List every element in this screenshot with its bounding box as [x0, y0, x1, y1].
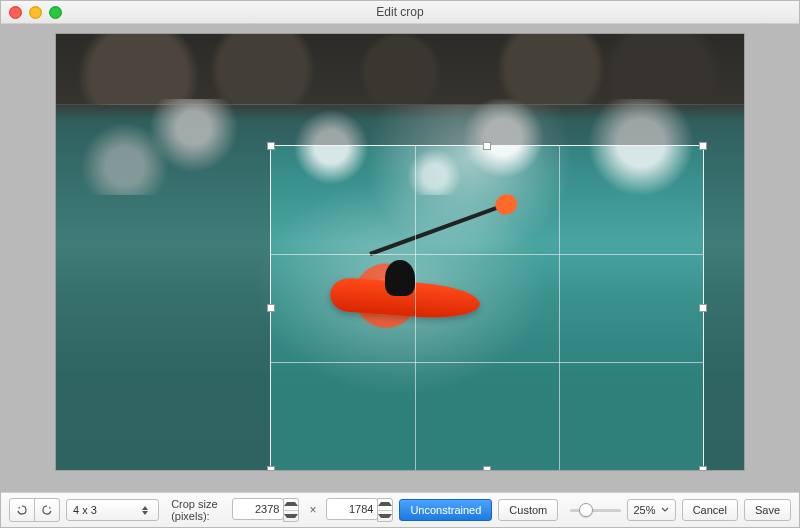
crop-size-label: Crop size (pixels):: [171, 498, 226, 522]
crop-mask-left: [56, 146, 271, 470]
crop-mask-right: [703, 146, 744, 470]
crop-handle-top-right[interactable]: [699, 142, 707, 150]
window-title: Edit crop: [1, 5, 799, 19]
crop-grid-h1: [271, 254, 703, 255]
crop-grid-h2: [271, 362, 703, 363]
cancel-button[interactable]: Cancel: [682, 499, 738, 521]
crop-handle-right[interactable]: [699, 304, 707, 312]
down-chevron-icon: [661, 506, 669, 514]
crop-rectangle[interactable]: [271, 146, 703, 470]
window-frame: Edit crop: [0, 0, 800, 528]
crop-handle-top[interactable]: [483, 142, 491, 150]
zoom-slider[interactable]: [570, 502, 620, 518]
constraint-mode-label: Unconstrained: [410, 504, 481, 516]
save-button-label: Save: [755, 504, 780, 516]
custom-constraint-label: Custom: [509, 504, 547, 516]
undo-button[interactable]: [9, 498, 35, 522]
constraint-mode-button[interactable]: Unconstrained: [399, 499, 492, 521]
zoom-level-value: 25%: [634, 504, 656, 516]
up-down-chevron-icon: [138, 506, 152, 515]
dimension-separator: ×: [305, 503, 320, 517]
crop-height-step-up[interactable]: [378, 499, 392, 510]
redo-button[interactable]: [34, 498, 60, 522]
zoom-slider-thumb[interactable]: [579, 503, 593, 517]
crop-width-step-down[interactable]: [284, 510, 298, 522]
redo-icon: [41, 504, 53, 516]
crop-width-step-up[interactable]: [284, 499, 298, 510]
crop-handle-bottom[interactable]: [483, 466, 491, 470]
zoom-slider-track: [570, 509, 620, 512]
titlebar: Edit crop: [1, 1, 799, 24]
crop-handle-left[interactable]: [267, 304, 275, 312]
crop-height-step-down[interactable]: [378, 510, 392, 522]
crop-width-field[interactable]: 2378: [232, 498, 284, 520]
crop-grid-v1: [415, 146, 416, 470]
crop-handle-top-left[interactable]: [267, 142, 275, 150]
crop-grid-v2: [559, 146, 560, 470]
image-preview[interactable]: [56, 34, 744, 470]
canvas-area[interactable]: [1, 24, 799, 492]
custom-constraint-button[interactable]: Custom: [498, 499, 558, 521]
aspect-ratio-select[interactable]: 4 x 3: [66, 499, 159, 521]
crop-handle-bottom-right[interactable]: [699, 466, 707, 470]
undo-redo-group: [9, 498, 60, 522]
crop-height-stepper[interactable]: [377, 498, 393, 522]
save-button[interactable]: Save: [744, 499, 791, 521]
aspect-ratio-value: 4 x 3: [73, 504, 97, 516]
zoom-level-select[interactable]: 25%: [627, 499, 676, 521]
crop-width-stepper[interactable]: [283, 498, 299, 522]
cancel-button-label: Cancel: [693, 504, 727, 516]
crop-mask-top: [56, 34, 744, 146]
undo-icon: [16, 504, 28, 516]
crop-height-field[interactable]: 1784: [326, 498, 378, 520]
toolbar: 4 x 3 Crop size (pixels): 2378 × 1784 Un…: [1, 492, 799, 527]
crop-handle-bottom-left[interactable]: [267, 466, 275, 470]
